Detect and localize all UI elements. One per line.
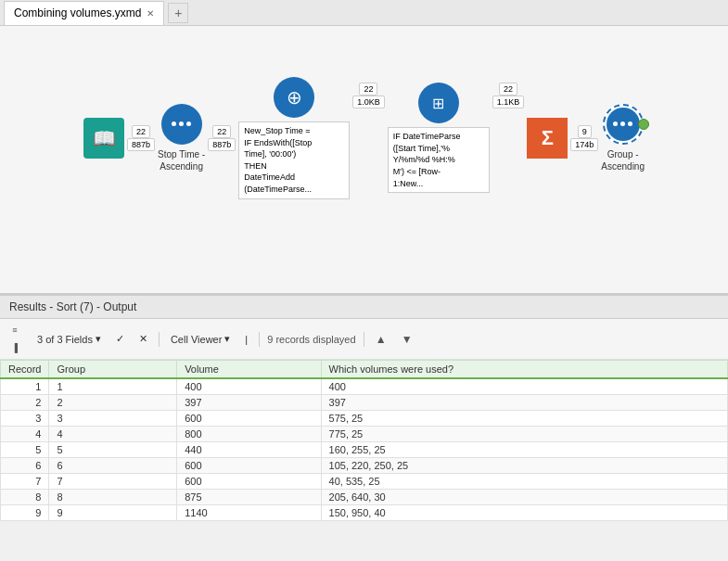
- badge-22-1: 22: [132, 125, 150, 138]
- table-row[interactable]: 55440160, 255, 25: [1, 442, 728, 458]
- connector-1: 22 887b: [124, 125, 158, 151]
- node-sort2[interactable]: Group -Ascending: [601, 104, 645, 172]
- cell-viewer-dropdown-icon: ▾: [224, 333, 230, 345]
- fields-selector[interactable]: 3 of 3 Fields ▾: [33, 331, 105, 347]
- fields-label: 3 of 3 Fields: [37, 334, 93, 345]
- results-header-text: Results - Sort (7) - Output: [9, 300, 136, 313]
- cell-viewer-button[interactable]: Cell Viewer ▾: [167, 331, 234, 347]
- cell-1: 3: [49, 411, 177, 427]
- cell-3: 205, 640, 30: [321, 490, 727, 505]
- cell-2: 600: [177, 458, 321, 474]
- workflow-canvas: 📖 22 887b Stop Time -Ascending 22: [0, 26, 728, 295]
- cell-1: 4: [49, 427, 177, 442]
- results-toolbar: ≡ ▐ 3 of 3 Fields ▾ ✓ ✕ Cell Viewer ▾ | …: [0, 319, 728, 360]
- table-row[interactable]: 11400400: [1, 378, 728, 395]
- sort-icon: ⊕: [274, 77, 314, 118]
- cell-2: 440: [177, 442, 321, 458]
- cell-3: 160, 255, 25: [321, 442, 727, 458]
- results-table: Record Group Volume Which volumes were u…: [0, 360, 728, 521]
- sigma-icon: Σ: [527, 118, 568, 159]
- cell-2: 600: [177, 474, 321, 490]
- row-icon[interactable]: ▐: [7, 340, 22, 355]
- cell-0: 7: [1, 474, 49, 490]
- table-row[interactable]: 88875205, 640, 30: [1, 490, 728, 505]
- node-input[interactable]: 📖: [83, 118, 124, 159]
- separator-1: [159, 332, 160, 347]
- book-icon: 📖: [83, 118, 124, 159]
- sidebar-controls: ≡ ▐: [7, 323, 22, 355]
- badge-1-1kb: 1.1KB: [492, 96, 525, 108]
- cell-1: 7: [49, 474, 177, 490]
- cell-viewer-label: Cell Viewer: [171, 334, 222, 345]
- dots-icon-1: [161, 104, 202, 145]
- x-icon: ✕: [139, 333, 147, 345]
- table-row[interactable]: 7760040, 535, 25: [1, 474, 728, 490]
- cell-3: 150, 950, 40: [321, 505, 727, 521]
- cell-2: 400: [177, 378, 321, 395]
- list-view-icon[interactable]: ≡: [7, 323, 22, 338]
- filter-icon: ⊞: [418, 83, 459, 123]
- cell-2: 397: [177, 395, 321, 411]
- cell-3: 40, 535, 25: [321, 474, 727, 490]
- connector-2: 22 887b: [205, 125, 238, 151]
- cell-1: 9: [49, 505, 177, 521]
- table-body: 114004002239739733600575, 2544800775, 25…: [1, 378, 728, 521]
- nav-down-button[interactable]: ▼: [398, 330, 416, 349]
- node-filter[interactable]: ⊞ IF DateTimeParse([Start Time],'%Y/%m/%…: [388, 83, 490, 193]
- cell-0: 4: [1, 427, 49, 442]
- output-dot: [638, 119, 649, 130]
- cell-0: 1: [1, 378, 49, 395]
- node-sort1[interactable]: Stop Time -Ascending: [158, 104, 205, 172]
- results-panel: Results - Sort (7) - Output ≡ ▐ 3 of 3 F…: [0, 295, 728, 521]
- workflow-flow: 📖 22 887b Stop Time -Ascending 22: [83, 77, 645, 199]
- cell-1: 5: [49, 442, 177, 458]
- cell-3: 105, 220, 250, 25: [321, 458, 727, 474]
- cell-2: 600: [177, 411, 321, 427]
- separator-3: [364, 332, 364, 347]
- node-sort2-label: Group -Ascending: [601, 148, 645, 172]
- tab-close-button[interactable]: ✕: [147, 8, 154, 19]
- table-row[interactable]: 66600105, 220, 250, 25: [1, 458, 728, 474]
- tab-bar: Combining volumes.yxmd ✕ +: [0, 0, 728, 26]
- check-button[interactable]: ✓: [112, 331, 128, 347]
- cell-3: 775, 25: [321, 427, 727, 442]
- cell-2: 1140: [177, 505, 321, 521]
- table-row[interactable]: 991140150, 950, 40: [1, 505, 728, 521]
- records-count: 9 records displayed: [267, 334, 355, 345]
- separator-2: [259, 332, 260, 347]
- new-tab-button[interactable]: +: [168, 3, 188, 23]
- filter-box: IF DateTimeParse([Start Time],'%Y/%m/%d …: [388, 127, 490, 193]
- connector-5: 9 174b: [568, 125, 601, 151]
- badge-887b-2: 887b: [208, 138, 236, 151]
- cell-1: 1: [49, 378, 177, 395]
- cell-0: 8: [1, 490, 49, 505]
- results-header: Results - Sort (7) - Output: [0, 296, 728, 319]
- pipe-button[interactable]: |: [241, 332, 251, 347]
- node-sort1-label: Stop Time -Ascending: [158, 148, 205, 172]
- badge-887b-1: 887b: [127, 138, 155, 151]
- results-table-container: Record Group Volume Which volumes were u…: [0, 360, 728, 521]
- cell-0: 5: [1, 442, 49, 458]
- fields-dropdown-icon: ▾: [96, 333, 101, 345]
- col-which-volumes: Which volumes were used?: [321, 361, 727, 379]
- cell-3: 400: [321, 378, 727, 395]
- cell-3: 397: [321, 395, 727, 411]
- cell-2: 875: [177, 490, 321, 505]
- cell-0: 3: [1, 411, 49, 427]
- table-row[interactable]: 22397397: [1, 395, 728, 411]
- node-formula-tool[interactable]: ⊕ New_Stop Time =IF EndsWith([StopTime],…: [238, 77, 350, 199]
- table-row[interactable]: 44800775, 25: [1, 427, 728, 442]
- nav-up-button[interactable]: ▲: [372, 330, 390, 349]
- cell-0: 6: [1, 458, 49, 474]
- cell-3: 575, 25: [321, 411, 727, 427]
- workflow-tab[interactable]: Combining volumes.yxmd ✕: [4, 1, 164, 25]
- tab-title: Combining volumes.yxmd: [14, 6, 141, 19]
- col-volume: Volume: [177, 361, 321, 379]
- badge-174b: 174b: [570, 138, 598, 151]
- node-summarize[interactable]: Σ: [527, 118, 568, 159]
- cell-1: 6: [49, 458, 177, 474]
- check-icon: ✓: [116, 333, 124, 345]
- table-row[interactable]: 33600575, 25: [1, 411, 728, 427]
- badge-22-2: 22: [212, 125, 231, 138]
- clear-button[interactable]: ✕: [135, 331, 151, 347]
